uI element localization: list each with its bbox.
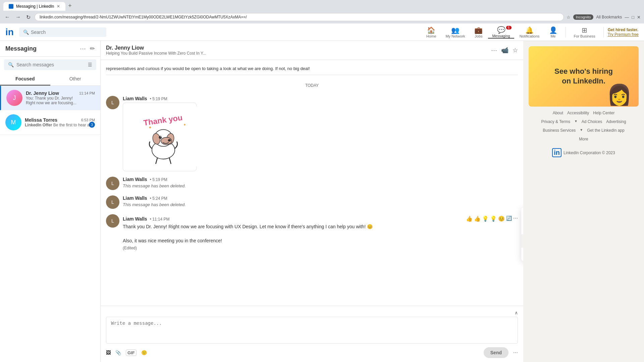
- unread-badge-melissa: 3: [89, 122, 95, 128]
- search-messages-icon: 🔍: [8, 62, 14, 67]
- attach-image-icon[interactable]: 🖼: [106, 350, 111, 355]
- conversation-list: J Dr. Jenny Liow 11:14 PM You: Thank you…: [0, 86, 100, 362]
- nav-home[interactable]: 🏠 Home: [422, 26, 440, 38]
- chat-header-icons: ⋯ 📹 ☆: [491, 47, 518, 54]
- message-deleted-1: L Liam Walls • 5:19 PM This message has …: [106, 177, 518, 190]
- search-messages-input[interactable]: [16, 62, 85, 67]
- nav-network-label: My Network: [445, 34, 465, 38]
- footer-advertising[interactable]: Advertising: [606, 119, 626, 124]
- reaction-thumbs-1[interactable]: 👍: [466, 216, 473, 222]
- context-menu-forward[interactable]: Forward: [521, 207, 523, 221]
- nav-separator-2: [603, 27, 604, 38]
- avatar-jenny: J: [6, 90, 22, 106]
- collapse-input-icon[interactable]: ∧: [515, 310, 518, 315]
- older-message: representatives and curious if you would…: [106, 65, 518, 75]
- footer-privacy-terms[interactable]: Privacy & Terms: [541, 119, 570, 124]
- forward-button[interactable]: →: [14, 13, 22, 21]
- nav-jobs[interactable]: 💼 Jobs: [470, 26, 487, 38]
- maximize-button[interactable]: □: [632, 15, 634, 20]
- footer-accessibility[interactable]: Accessibility: [567, 111, 589, 115]
- messaging-icon: 💬: [497, 26, 505, 34]
- nav-network[interactable]: 👥 My Network: [441, 26, 469, 38]
- conversation-item-melissa[interactable]: M Melissa Torres 6:53 PM LinkedIn Offer …: [0, 110, 100, 135]
- nav-jobs-label: Jobs: [475, 34, 482, 38]
- compose-icon[interactable]: ✏: [90, 45, 95, 52]
- emoji-icon[interactable]: 🙂: [141, 350, 147, 355]
- footer-business-services[interactable]: Business Services: [543, 128, 576, 133]
- deleted-text-1: This message has been deleted.: [123, 183, 518, 188]
- avatar-melissa: M: [5, 114, 21, 130]
- more-chat-options-icon[interactable]: ⋯: [491, 47, 497, 54]
- reaction-bulb-1[interactable]: 💡: [482, 216, 489, 222]
- tab-other[interactable]: Other: [50, 73, 101, 85]
- message-time-2: • 5:19 PM: [150, 177, 167, 182]
- message-header-4: Liam Walls • 11:14 PM 👍 👍 💡 💡 😊 🔄 ⋯: [123, 214, 518, 222]
- nav-messaging[interactable]: 💬 6 Messaging: [488, 26, 514, 39]
- footer-ad-choices[interactable]: Ad Choices: [582, 119, 602, 124]
- reaction-smile[interactable]: 😊: [498, 216, 505, 222]
- more-options-icon[interactable]: ⋯: [80, 45, 86, 52]
- message-search-box[interactable]: 🔍 ☰: [4, 59, 96, 70]
- message-sender-2: Liam Walls: [123, 177, 147, 182]
- avatar-liam-3: L: [106, 195, 119, 209]
- tab-focused[interactable]: Focused: [0, 73, 50, 85]
- linkedin-footer-logo: in: [552, 148, 561, 157]
- message-header-1: Liam Walls • 5:19 PM: [123, 96, 518, 101]
- filter-icon[interactable]: ☰: [88, 62, 92, 67]
- chat-contact-status: Helping You Build Passive Income With Ze…: [106, 51, 206, 56]
- context-menu-delete[interactable]: Delete: [521, 234, 523, 248]
- svg-text:✦: ✦: [183, 122, 186, 126]
- message-deleted-2: L Liam Walls • 5:24 PM This message has …: [106, 195, 518, 209]
- attach-file-icon[interactable]: 📎: [115, 350, 121, 355]
- conversation-content-jenny: Dr. Jenny Liow 11:14 PM You: Thank you D…: [26, 90, 95, 105]
- video-call-icon[interactable]: 📹: [501, 47, 508, 54]
- back-button[interactable]: ←: [3, 13, 11, 21]
- nav-separator: [566, 27, 566, 38]
- gif-button[interactable]: GIF: [126, 350, 137, 356]
- footer-get-app[interactable]: Get the LinkedIn app: [587, 128, 624, 133]
- reaction-bulb-2[interactable]: 💡: [490, 216, 497, 222]
- messaging-tabs: Focused Other: [0, 73, 100, 86]
- global-search-input[interactable]: [31, 29, 91, 35]
- all-bookmarks: All Bookmarks: [596, 15, 622, 19]
- nav-for-business[interactable]: ⊞ For Business: [570, 26, 599, 38]
- footer-logo: in LinkedIn Corporation © 2023: [529, 148, 639, 157]
- address-bar[interactable]: linkedin.com/messaging/thread/2-NmU1ZWUw…: [35, 13, 564, 21]
- context-menu-edit[interactable]: Edit: [521, 248, 523, 261]
- svg-point-7: [159, 136, 162, 139]
- global-search-box[interactable]: 🔍: [19, 27, 106, 37]
- message-more-options[interactable]: ⋯: [513, 216, 518, 222]
- footer-about[interactable]: About: [553, 111, 563, 115]
- new-tab-button[interactable]: +: [65, 1, 74, 11]
- message-header-3: Liam Walls • 5:24 PM: [123, 195, 518, 201]
- chevron-down-icon: ▼: [574, 119, 578, 124]
- nav-me-label: Me: [550, 34, 555, 38]
- message-time-4: • 11:14 PM: [150, 217, 170, 222]
- nav-me[interactable]: 👤 Me: [545, 26, 561, 38]
- star-conversation-icon[interactable]: ☆: [513, 47, 518, 54]
- message-sticker: L Liam Walls • 5:19 PM: [106, 96, 518, 171]
- browser-tab[interactable]: Messaging | LinkedIn ✕: [3, 2, 65, 11]
- send-button[interactable]: Send: [484, 347, 508, 358]
- tab-close-button[interactable]: ✕: [57, 4, 60, 9]
- footer-links-4: More: [529, 137, 639, 141]
- ad-headline-1: See who's hiring on LinkedIn.: [554, 67, 613, 86]
- message-reactions[interactable]: 👍 👍 💡 💡 😊 🔄 ⋯: [466, 216, 518, 222]
- conversation-item-jenny[interactable]: J Dr. Jenny Liow 11:14 PM You: Thank you…: [0, 86, 100, 110]
- reaction-thumbs-2[interactable]: 👍: [474, 216, 481, 222]
- window-close-button[interactable]: ✕: [637, 15, 641, 20]
- network-icon: 👥: [451, 26, 460, 34]
- reload-button[interactable]: ↻: [25, 13, 32, 22]
- premium-cta[interactable]: Get hired faster. Try Premium free: [608, 27, 639, 37]
- nav-notifications[interactable]: 🔔 Notifications: [516, 26, 544, 38]
- add-reaction-icon[interactable]: 🔄: [506, 216, 512, 222]
- messaging-sidebar: Messaging ⋯ ✏ 🔍 ☰ Focused Other J Dr. Je…: [0, 41, 101, 362]
- message-input[interactable]: [106, 317, 518, 344]
- context-menu-share-email[interactable]: Share via email: [521, 221, 523, 234]
- footer-help-center[interactable]: Help Center: [593, 111, 614, 115]
- minimize-button[interactable]: —: [625, 15, 629, 20]
- linkedin-logo[interactable]: in: [5, 27, 14, 38]
- more-input-options-icon[interactable]: ⋯: [513, 350, 518, 355]
- footer-more[interactable]: More: [579, 137, 588, 141]
- footer-links-2: Privacy & Terms ▼ Ad Choices Advertising: [529, 119, 639, 124]
